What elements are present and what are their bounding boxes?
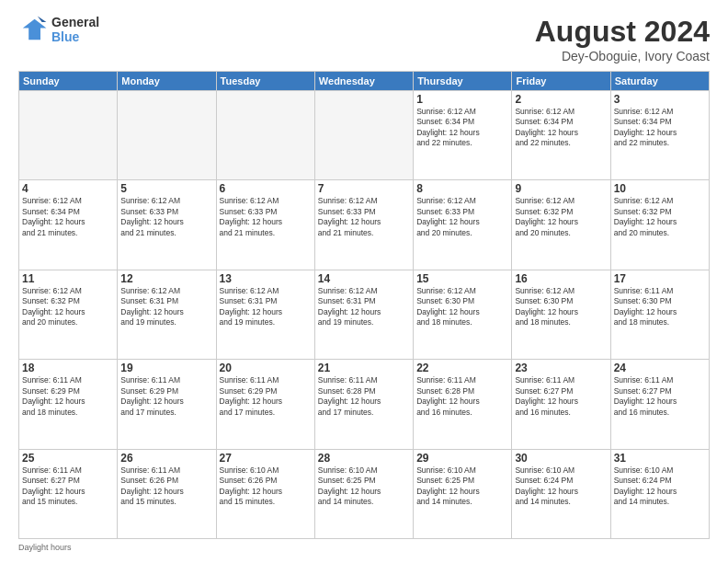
calendar-cell: 1Sunrise: 6:12 AM Sunset: 6:34 PM Daylig…: [414, 91, 512, 180]
day-number: 22: [416, 362, 508, 374]
day-info: Sunrise: 6:11 AM Sunset: 6:27 PM Dayligh…: [614, 375, 706, 418]
calendar-day-header: Wednesday: [314, 72, 413, 91]
calendar-cell: 4Sunrise: 6:12 AM Sunset: 6:34 PM Daylig…: [19, 180, 118, 270]
day-info: Sunrise: 6:11 AM Sunset: 6:29 PM Dayligh…: [220, 375, 312, 418]
day-number: 18: [22, 362, 114, 374]
calendar-cell: 29Sunrise: 6:10 AM Sunset: 6:25 PM Dayli…: [414, 449, 512, 538]
day-number: 20: [220, 362, 312, 374]
svg-marker-1: [38, 17, 47, 22]
day-number: 3: [614, 93, 706, 106]
calendar-cell: [314, 91, 413, 180]
calendar-cell: 20Sunrise: 6:11 AM Sunset: 6:29 PM Dayli…: [216, 360, 314, 449]
day-info: Sunrise: 6:11 AM Sunset: 6:27 PM Dayligh…: [22, 465, 114, 508]
calendar-cell: 9Sunrise: 6:12 AM Sunset: 6:32 PM Daylig…: [512, 180, 610, 270]
day-number: 24: [614, 362, 706, 374]
calendar-cell: 16Sunrise: 6:12 AM Sunset: 6:30 PM Dayli…: [512, 270, 610, 359]
calendar-cell: 12Sunrise: 6:12 AM Sunset: 6:31 PM Dayli…: [118, 270, 216, 359]
calendar-week-row: 11Sunrise: 6:12 AM Sunset: 6:32 PM Dayli…: [19, 270, 710, 359]
calendar-table: SundayMondayTuesdayWednesdayThursdayFrid…: [18, 71, 710, 539]
calendar-cell: 5Sunrise: 6:12 AM Sunset: 6:33 PM Daylig…: [118, 180, 216, 270]
day-info: Sunrise: 6:12 AM Sunset: 6:32 PM Dayligh…: [22, 286, 114, 328]
calendar-day-header: Saturday: [610, 72, 709, 91]
day-number: 29: [416, 452, 508, 465]
day-number: 26: [120, 452, 212, 465]
calendar-cell: 10Sunrise: 6:12 AM Sunset: 6:32 PM Dayli…: [610, 180, 709, 270]
calendar-cell: [216, 91, 314, 180]
day-number: 9: [515, 182, 607, 195]
day-number: 25: [22, 452, 114, 465]
page: General Blue August 2024 Dey-Oboguie, Iv…: [0, 0, 728, 563]
day-number: 23: [515, 362, 607, 374]
day-number: 14: [318, 272, 410, 285]
day-number: 19: [120, 362, 212, 374]
calendar-cell: [118, 91, 216, 180]
calendar-cell: 28Sunrise: 6:10 AM Sunset: 6:25 PM Dayli…: [314, 449, 413, 538]
day-info: Sunrise: 6:12 AM Sunset: 6:31 PM Dayligh…: [120, 286, 212, 328]
day-info: Sunrise: 6:12 AM Sunset: 6:33 PM Dayligh…: [120, 196, 212, 238]
day-info: Sunrise: 6:10 AM Sunset: 6:24 PM Dayligh…: [515, 465, 607, 508]
footer: Daylight hours: [18, 543, 710, 552]
calendar-cell: 2Sunrise: 6:12 AM Sunset: 6:34 PM Daylig…: [512, 91, 610, 180]
logo: General Blue: [18, 15, 99, 44]
day-info: Sunrise: 6:11 AM Sunset: 6:27 PM Dayligh…: [515, 375, 607, 418]
day-info: Sunrise: 6:10 AM Sunset: 6:25 PM Dayligh…: [318, 465, 410, 508]
calendar-week-row: 1Sunrise: 6:12 AM Sunset: 6:34 PM Daylig…: [19, 91, 710, 180]
calendar-cell: 13Sunrise: 6:12 AM Sunset: 6:31 PM Dayli…: [216, 270, 314, 359]
day-number: 5: [120, 182, 212, 195]
header: General Blue August 2024 Dey-Oboguie, Iv…: [18, 15, 710, 63]
day-info: Sunrise: 6:12 AM Sunset: 6:30 PM Dayligh…: [416, 286, 508, 328]
day-info: Sunrise: 6:12 AM Sunset: 6:34 PM Dayligh…: [22, 196, 114, 238]
day-info: Sunrise: 6:12 AM Sunset: 6:31 PM Dayligh…: [220, 286, 312, 328]
day-info: Sunrise: 6:12 AM Sunset: 6:34 PM Dayligh…: [614, 107, 706, 149]
day-info: Sunrise: 6:12 AM Sunset: 6:31 PM Dayligh…: [318, 286, 410, 328]
logo-icon: [18, 15, 48, 44]
day-number: 27: [220, 452, 312, 465]
day-number: 12: [120, 272, 212, 285]
day-info: Sunrise: 6:11 AM Sunset: 6:29 PM Dayligh…: [120, 375, 212, 418]
day-info: Sunrise: 6:11 AM Sunset: 6:29 PM Dayligh…: [22, 375, 114, 418]
day-number: 8: [416, 182, 508, 195]
day-info: Sunrise: 6:11 AM Sunset: 6:28 PM Dayligh…: [318, 375, 410, 418]
day-info: Sunrise: 6:10 AM Sunset: 6:24 PM Dayligh…: [614, 465, 706, 508]
calendar-cell: 7Sunrise: 6:12 AM Sunset: 6:33 PM Daylig…: [314, 180, 413, 270]
calendar-cell: 15Sunrise: 6:12 AM Sunset: 6:30 PM Dayli…: [414, 270, 512, 359]
calendar-week-row: 18Sunrise: 6:11 AM Sunset: 6:29 PM Dayli…: [19, 360, 710, 449]
day-info: Sunrise: 6:12 AM Sunset: 6:30 PM Dayligh…: [515, 286, 607, 328]
subtitle: Dey-Oboguie, Ivory Coast: [535, 49, 710, 63]
calendar-cell: 25Sunrise: 6:11 AM Sunset: 6:27 PM Dayli…: [19, 449, 118, 538]
calendar-cell: 24Sunrise: 6:11 AM Sunset: 6:27 PM Dayli…: [610, 360, 709, 449]
svg-marker-0: [23, 19, 47, 40]
calendar-cell: 8Sunrise: 6:12 AM Sunset: 6:33 PM Daylig…: [414, 180, 512, 270]
calendar-cell: 11Sunrise: 6:12 AM Sunset: 6:32 PM Dayli…: [19, 270, 118, 359]
day-number: 13: [220, 272, 312, 285]
calendar-cell: 22Sunrise: 6:11 AM Sunset: 6:28 PM Dayli…: [414, 360, 512, 449]
day-info: Sunrise: 6:12 AM Sunset: 6:33 PM Dayligh…: [220, 196, 312, 238]
day-info: Sunrise: 6:12 AM Sunset: 6:32 PM Dayligh…: [614, 196, 706, 238]
logo-text: General Blue: [51, 15, 99, 44]
calendar-cell: 3Sunrise: 6:12 AM Sunset: 6:34 PM Daylig…: [610, 91, 709, 180]
day-number: 7: [318, 182, 410, 195]
calendar-cell: 27Sunrise: 6:10 AM Sunset: 6:26 PM Dayli…: [216, 449, 314, 538]
day-number: 30: [515, 452, 607, 465]
calendar-week-row: 25Sunrise: 6:11 AM Sunset: 6:27 PM Dayli…: [19, 449, 710, 538]
day-info: Sunrise: 6:10 AM Sunset: 6:25 PM Dayligh…: [416, 465, 508, 508]
calendar-cell: 17Sunrise: 6:11 AM Sunset: 6:30 PM Dayli…: [610, 270, 709, 359]
day-info: Sunrise: 6:12 AM Sunset: 6:32 PM Dayligh…: [515, 196, 607, 238]
day-number: 1: [416, 93, 508, 106]
day-number: 4: [22, 182, 114, 195]
day-number: 11: [22, 272, 114, 285]
calendar-cell: [19, 91, 118, 180]
calendar-cell: 30Sunrise: 6:10 AM Sunset: 6:24 PM Dayli…: [512, 449, 610, 538]
day-info: Sunrise: 6:10 AM Sunset: 6:26 PM Dayligh…: [220, 465, 312, 508]
day-number: 17: [614, 272, 706, 285]
day-number: 10: [614, 182, 706, 195]
calendar-day-header: Tuesday: [216, 72, 314, 91]
month-title: August 2024: [535, 15, 710, 49]
day-number: 6: [220, 182, 312, 195]
calendar-day-header: Friday: [512, 72, 610, 91]
calendar-cell: 6Sunrise: 6:12 AM Sunset: 6:33 PM Daylig…: [216, 180, 314, 270]
day-info: Sunrise: 6:12 AM Sunset: 6:33 PM Dayligh…: [318, 196, 410, 238]
day-number: 2: [515, 93, 607, 106]
day-number: 28: [318, 452, 410, 465]
calendar-day-header: Thursday: [414, 72, 512, 91]
